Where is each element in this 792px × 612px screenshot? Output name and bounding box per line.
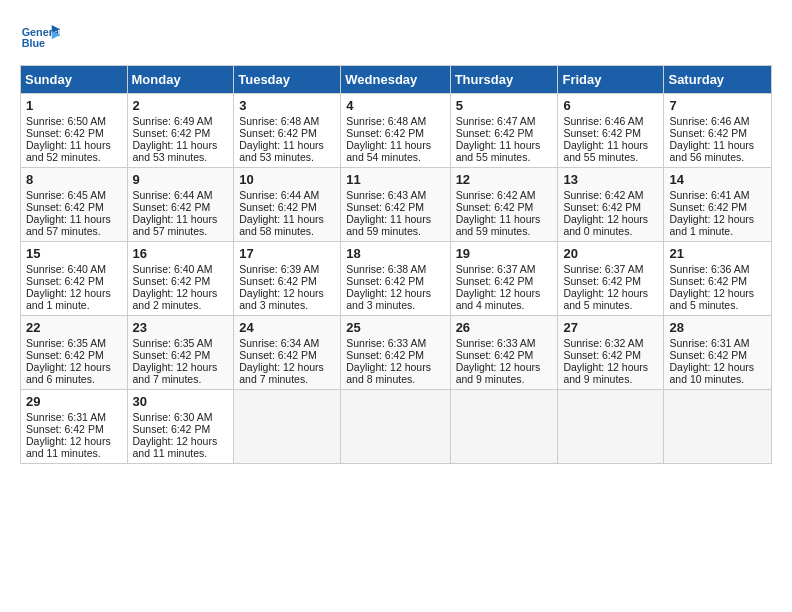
- calendar-cell: 14Sunrise: 6:41 AMSunset: 6:42 PMDayligh…: [664, 168, 772, 242]
- day-info-line: and 4 minutes.: [456, 299, 553, 311]
- day-info-line: Sunset: 6:42 PM: [239, 349, 335, 361]
- calendar-cell: [558, 390, 664, 464]
- calendar-week-5: 29Sunrise: 6:31 AMSunset: 6:42 PMDayligh…: [21, 390, 772, 464]
- day-info-line: Sunset: 6:42 PM: [133, 349, 229, 361]
- day-info-line: Sunrise: 6:33 AM: [346, 337, 444, 349]
- calendar-cell: 28Sunrise: 6:31 AMSunset: 6:42 PMDayligh…: [664, 316, 772, 390]
- day-number: 4: [346, 98, 444, 113]
- day-info-line: and 10 minutes.: [669, 373, 766, 385]
- day-info-line: Daylight: 12 hours: [26, 287, 122, 299]
- day-number: 2: [133, 98, 229, 113]
- weekday-header-saturday: Saturday: [664, 66, 772, 94]
- calendar-cell: 20Sunrise: 6:37 AMSunset: 6:42 PMDayligh…: [558, 242, 664, 316]
- day-info-line: Sunset: 6:42 PM: [346, 349, 444, 361]
- day-number: 29: [26, 394, 122, 409]
- day-info-line: Sunset: 6:42 PM: [133, 275, 229, 287]
- day-info-line: Sunrise: 6:46 AM: [669, 115, 766, 127]
- calendar-cell: [450, 390, 558, 464]
- day-info-line: Sunrise: 6:46 AM: [563, 115, 658, 127]
- calendar-cell: 7Sunrise: 6:46 AMSunset: 6:42 PMDaylight…: [664, 94, 772, 168]
- day-info-line: Daylight: 11 hours: [346, 213, 444, 225]
- day-info-line: Sunrise: 6:40 AM: [133, 263, 229, 275]
- weekday-header-monday: Monday: [127, 66, 234, 94]
- calendar-cell: 18Sunrise: 6:38 AMSunset: 6:42 PMDayligh…: [341, 242, 450, 316]
- calendar-cell: 12Sunrise: 6:42 AMSunset: 6:42 PMDayligh…: [450, 168, 558, 242]
- day-info-line: Sunset: 6:42 PM: [563, 275, 658, 287]
- day-info-line: Sunrise: 6:39 AM: [239, 263, 335, 275]
- day-info-line: Sunrise: 6:30 AM: [133, 411, 229, 423]
- day-info-line: and 6 minutes.: [26, 373, 122, 385]
- day-number: 11: [346, 172, 444, 187]
- day-info-line: Sunrise: 6:37 AM: [456, 263, 553, 275]
- day-info-line: Sunrise: 6:40 AM: [26, 263, 122, 275]
- day-info-line: Daylight: 12 hours: [133, 361, 229, 373]
- day-number: 18: [346, 246, 444, 261]
- day-number: 13: [563, 172, 658, 187]
- calendar-cell: 30Sunrise: 6:30 AMSunset: 6:42 PMDayligh…: [127, 390, 234, 464]
- day-info-line: Sunset: 6:42 PM: [563, 201, 658, 213]
- calendar-cell: [664, 390, 772, 464]
- day-info-line: Sunrise: 6:48 AM: [346, 115, 444, 127]
- day-info-line: Sunrise: 6:38 AM: [346, 263, 444, 275]
- day-info-line: Sunrise: 6:35 AM: [26, 337, 122, 349]
- calendar-cell: 3Sunrise: 6:48 AMSunset: 6:42 PMDaylight…: [234, 94, 341, 168]
- calendar-cell: 17Sunrise: 6:39 AMSunset: 6:42 PMDayligh…: [234, 242, 341, 316]
- day-info-line: Sunrise: 6:35 AM: [133, 337, 229, 349]
- calendar-cell: [234, 390, 341, 464]
- day-info-line: Daylight: 12 hours: [26, 435, 122, 447]
- weekday-header-sunday: Sunday: [21, 66, 128, 94]
- calendar-cell: [341, 390, 450, 464]
- day-info-line: Daylight: 12 hours: [669, 213, 766, 225]
- calendar-cell: 16Sunrise: 6:40 AMSunset: 6:42 PMDayligh…: [127, 242, 234, 316]
- day-info-line: Daylight: 11 hours: [133, 213, 229, 225]
- day-info-line: Sunrise: 6:45 AM: [26, 189, 122, 201]
- day-info-line: and 1 minute.: [26, 299, 122, 311]
- day-info-line: Daylight: 11 hours: [239, 139, 335, 151]
- weekday-header-thursday: Thursday: [450, 66, 558, 94]
- day-info-line: and 53 minutes.: [239, 151, 335, 163]
- day-info-line: Daylight: 12 hours: [239, 287, 335, 299]
- day-info-line: Sunrise: 6:50 AM: [26, 115, 122, 127]
- logo: General Blue: [20, 20, 64, 55]
- calendar-cell: 2Sunrise: 6:49 AMSunset: 6:42 PMDaylight…: [127, 94, 234, 168]
- day-number: 8: [26, 172, 122, 187]
- calendar-cell: 15Sunrise: 6:40 AMSunset: 6:42 PMDayligh…: [21, 242, 128, 316]
- day-number: 25: [346, 320, 444, 335]
- day-info-line: and 55 minutes.: [456, 151, 553, 163]
- day-info-line: Sunrise: 6:44 AM: [239, 189, 335, 201]
- day-info-line: Daylight: 12 hours: [346, 287, 444, 299]
- day-info-line: and 53 minutes.: [133, 151, 229, 163]
- day-info-line: Sunset: 6:42 PM: [133, 423, 229, 435]
- day-number: 3: [239, 98, 335, 113]
- day-info-line: Daylight: 12 hours: [456, 287, 553, 299]
- day-info-line: Sunrise: 6:41 AM: [669, 189, 766, 201]
- calendar-table: SundayMondayTuesdayWednesdayThursdayFrid…: [20, 65, 772, 464]
- day-info-line: Sunrise: 6:36 AM: [669, 263, 766, 275]
- day-number: 22: [26, 320, 122, 335]
- day-number: 14: [669, 172, 766, 187]
- day-info-line: and 52 minutes.: [26, 151, 122, 163]
- day-info-line: Sunset: 6:42 PM: [239, 201, 335, 213]
- day-info-line: Sunset: 6:42 PM: [346, 275, 444, 287]
- day-number: 28: [669, 320, 766, 335]
- day-number: 15: [26, 246, 122, 261]
- day-number: 20: [563, 246, 658, 261]
- day-info-line: Daylight: 12 hours: [669, 361, 766, 373]
- day-info-line: Daylight: 12 hours: [563, 287, 658, 299]
- calendar-cell: 26Sunrise: 6:33 AMSunset: 6:42 PMDayligh…: [450, 316, 558, 390]
- day-info-line: and 59 minutes.: [456, 225, 553, 237]
- day-info-line: Sunrise: 6:34 AM: [239, 337, 335, 349]
- day-info-line: Daylight: 11 hours: [669, 139, 766, 151]
- day-info-line: Sunset: 6:42 PM: [669, 127, 766, 139]
- day-info-line: Daylight: 11 hours: [133, 139, 229, 151]
- day-number: 21: [669, 246, 766, 261]
- day-info-line: Sunrise: 6:48 AM: [239, 115, 335, 127]
- day-info-line: Sunset: 6:42 PM: [456, 127, 553, 139]
- calendar-cell: 9Sunrise: 6:44 AMSunset: 6:42 PMDaylight…: [127, 168, 234, 242]
- day-info-line: and 7 minutes.: [239, 373, 335, 385]
- calendar-cell: 13Sunrise: 6:42 AMSunset: 6:42 PMDayligh…: [558, 168, 664, 242]
- day-info-line: and 58 minutes.: [239, 225, 335, 237]
- day-number: 17: [239, 246, 335, 261]
- calendar-cell: 6Sunrise: 6:46 AMSunset: 6:42 PMDaylight…: [558, 94, 664, 168]
- day-info-line: Daylight: 12 hours: [346, 361, 444, 373]
